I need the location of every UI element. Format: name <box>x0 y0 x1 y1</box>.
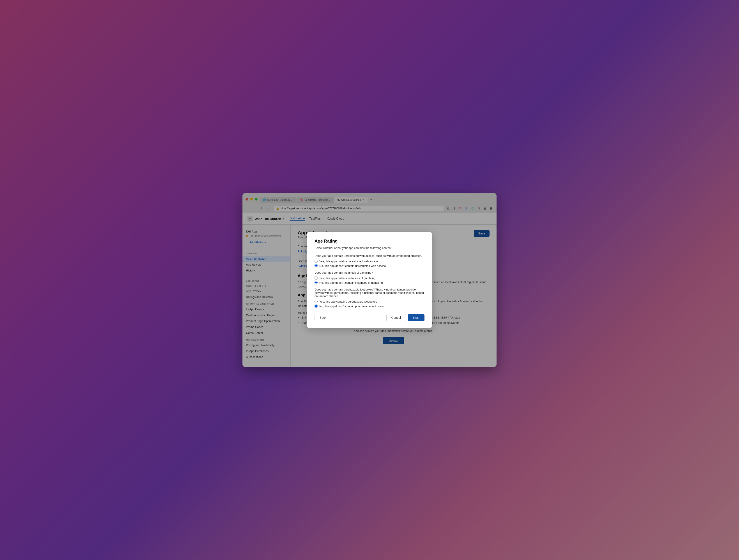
option-label-1a: Yes, this app contains unrestricted web … <box>319 260 378 263</box>
option-label-3b: No, this app doesn't contain purchasable… <box>319 305 385 308</box>
next-button[interactable]: Next <box>408 314 425 321</box>
modal-option-3b[interactable]: No, this app doesn't contain purchasable… <box>314 305 425 308</box>
modal-intro: Select whether or not your app contains … <box>314 246 425 250</box>
modal-question-2: Does your app contain instances of gambl… <box>314 271 425 274</box>
modal-right-buttons: Cancel Next <box>386 314 425 321</box>
modal-title: Age Rating <box>314 239 425 244</box>
modal-question-1: Does your app contain unrestricted web a… <box>314 254 425 257</box>
radio-q3-no[interactable] <box>314 305 318 308</box>
option-label-1b: No, this app doesn't contain unrestricte… <box>319 264 386 267</box>
modal-options-3: Yes, this app contains purchasable loot … <box>314 300 425 308</box>
radio-q2-yes[interactable] <box>314 276 318 279</box>
modal-question-3: Does your app contain purchasable loot b… <box>314 288 425 298</box>
modal-option-1b[interactable]: No, this app doesn't contain unrestricte… <box>314 264 425 267</box>
back-button[interactable]: Back <box>314 314 331 321</box>
modal-option-3a[interactable]: Yes, this app contains purchasable loot … <box>314 300 425 303</box>
option-label-2a: Yes, this app contains instances of gamb… <box>319 276 375 280</box>
radio-q2-no[interactable] <box>314 281 318 284</box>
modal-options-1: Yes, this app contains unrestricted web … <box>314 260 425 267</box>
option-label-2b: No, this app doesn't contain instances o… <box>319 281 383 285</box>
radio-q1-no[interactable] <box>314 264 318 267</box>
option-label-3a: Yes, this app contains purchasable loot … <box>319 300 377 303</box>
radio-q1-yes[interactable] <box>314 260 318 263</box>
modal-option-1a[interactable]: Yes, this app contains unrestricted web … <box>314 260 425 263</box>
radio-q3-yes[interactable] <box>314 300 318 303</box>
modal-option-2a[interactable]: Yes, this app contains instances of gamb… <box>314 276 425 280</box>
modal-option-2b[interactable]: No, this app doesn't contain instances o… <box>314 281 425 285</box>
cancel-button[interactable]: Cancel <box>386 314 406 321</box>
modal-options-2: Yes, this app contains instances of gamb… <box>314 276 425 285</box>
modal-footer: Back Cancel Next <box>314 314 425 321</box>
age-rating-modal: Age Rating Select whether or not your ap… <box>307 232 432 328</box>
modal-overlay[interactable]: Age Rating Select whether or not your ap… <box>0 0 739 560</box>
